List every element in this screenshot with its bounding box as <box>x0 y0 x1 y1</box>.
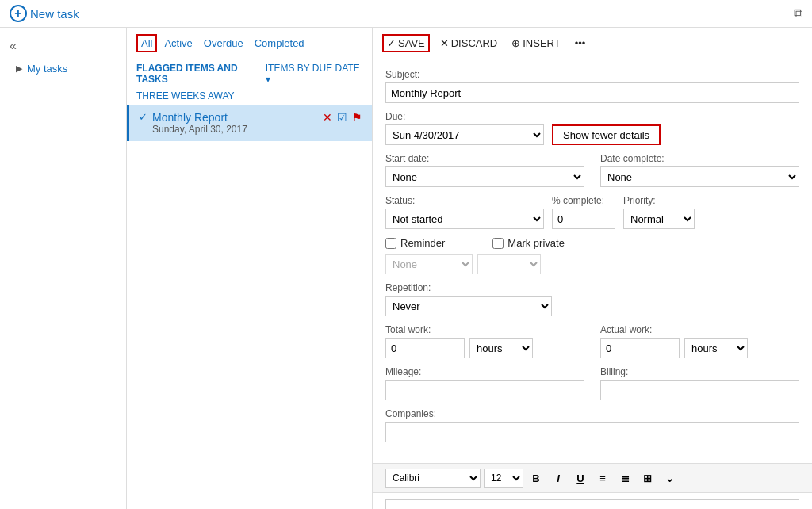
show-fewer-details-button[interactable]: Show fewer details <box>552 124 661 145</box>
section-title: FLAGGED ITEMS AND TASKS <box>136 63 266 85</box>
tab-active[interactable]: Active <box>160 35 196 52</box>
repetition-label: Repetition: <box>385 282 799 293</box>
actual-work-unit-select[interactable]: hours <box>684 338 748 358</box>
right-panel: ✓ SAVE ✕ DISCARD ⊕ INSERT ••• <box>373 28 812 509</box>
task-check-icon: ✓ <box>139 111 147 123</box>
mileage-billing-row: Mileage: Billing: <box>385 366 799 400</box>
billing-label: Billing: <box>600 366 799 377</box>
reminder-checkbox-label[interactable]: Reminder <box>385 237 445 249</box>
reminder-ampm-select[interactable] <box>477 254 541 274</box>
tab-overdue[interactable]: Overdue <box>200 35 247 52</box>
task-checkbox-icon[interactable]: ☑ <box>337 111 347 124</box>
font-select[interactable]: Calibri <box>385 469 481 488</box>
total-work-label: Total work: <box>385 324 584 335</box>
repetition-select[interactable]: Never <box>385 296 552 316</box>
more-format-button[interactable]: ⌄ <box>660 469 679 488</box>
section-subtitle: THREE WEEKS AWAY <box>127 88 372 105</box>
sidebar-item-label: My tasks <box>27 63 67 75</box>
font-size-select[interactable]: 12 <box>484 469 523 488</box>
more-button[interactable]: ••• <box>571 35 590 52</box>
filter-tabs: All Active Overdue Completed <box>127 28 372 59</box>
date-complete-label: Date complete: <box>600 153 799 164</box>
pct-complete-input[interactable] <box>552 209 615 229</box>
total-work-unit-select[interactable]: hours <box>469 338 533 358</box>
mileage-label: Mileage: <box>385 366 584 377</box>
billing-input[interactable] <box>600 380 799 400</box>
task-flag-icon[interactable]: ⚑ <box>352 111 362 124</box>
discard-icon: ✕ <box>440 37 449 49</box>
status-col: Status: Not started <box>385 195 544 229</box>
billing-col: Billing: <box>600 366 799 400</box>
tab-all[interactable]: All <box>136 34 157 52</box>
task-item-left: ✓ Monthly Report Sunday, April 30, 2017 <box>139 111 247 135</box>
repetition-row: Repetition: Never <box>385 282 799 316</box>
task-delete-icon[interactable]: ✕ <box>323 111 332 124</box>
save-label: SAVE <box>398 37 425 49</box>
status-label: Status: <box>385 195 544 206</box>
text-body-area[interactable] <box>385 499 799 509</box>
subject-row: Subject: <box>385 69 799 103</box>
save-button[interactable]: ✓ SAVE <box>382 34 430 52</box>
new-task-button[interactable]: + New task <box>10 5 79 22</box>
sidebar: « ▶ My tasks <box>0 28 127 509</box>
pct-complete-label: % complete: <box>552 195 615 206</box>
start-date-col: Start date: None <box>385 153 584 187</box>
reminder-mark-private-row: Reminder Mark private <box>385 237 799 249</box>
plus-icon: + <box>10 5 27 22</box>
priority-select[interactable]: Normal <box>623 209 695 229</box>
pct-complete-col: % complete: <box>552 195 615 229</box>
bold-button[interactable]: B <box>527 469 546 488</box>
actual-work-label: Actual work: <box>600 324 799 335</box>
items-by-due-button[interactable]: ITEMS BY DUE DATE ▾ <box>266 63 362 85</box>
italic-button[interactable]: I <box>549 469 568 488</box>
mileage-input[interactable] <box>385 380 584 400</box>
expand-arrow-icon: ▶ <box>16 63 22 74</box>
main-area: « ▶ My tasks All Active Overdue Complete… <box>0 28 812 509</box>
reminder-selects-row: None <box>385 254 799 274</box>
restore-icon[interactable]: ⧉ <box>794 6 802 21</box>
date-complete-select[interactable]: None <box>600 166 799 187</box>
task-item[interactable]: ✓ Monthly Report Sunday, April 30, 2017 … <box>127 105 372 141</box>
start-date-label: Start date: <box>385 153 584 164</box>
companies-input[interactable] <box>385 422 799 442</box>
start-date-select[interactable]: None <box>385 166 584 187</box>
total-work-input-row: hours <box>385 338 584 358</box>
sidebar-item-my-tasks[interactable]: ▶ My tasks <box>0 58 126 79</box>
section-header: FLAGGED ITEMS AND TASKS ITEMS BY DUE DAT… <box>127 59 372 88</box>
bullet-list-button[interactable]: ≡ <box>593 469 612 488</box>
format-toolbar: Calibri 12 B I U ≡ ≣ ⊞ ⌄ <box>373 463 812 493</box>
insert-button[interactable]: ⊕ INSERT <box>508 35 564 52</box>
mark-private-checkbox[interactable] <box>492 238 504 249</box>
new-task-label: New task <box>30 7 79 21</box>
task-info: Monthly Report Sunday, April 30, 2017 <box>152 111 247 135</box>
work-row: Total work: hours Actual work: <box>385 324 799 358</box>
due-date-select[interactable]: Sun 4/30/2017 <box>385 124 544 145</box>
priority-col: Priority: Normal <box>623 195 695 229</box>
underline-button[interactable]: U <box>571 469 590 488</box>
reminder-label: Reminder <box>400 237 445 249</box>
number-list-button[interactable]: ≣ <box>615 469 634 488</box>
sidebar-collapse-button[interactable]: « <box>0 34 126 58</box>
mark-private-checkbox-label[interactable]: Mark private <box>492 237 565 249</box>
reminder-checkbox[interactable] <box>385 238 396 249</box>
start-date-complete-row: Start date: None Date complete: None <box>385 153 799 187</box>
subject-input[interactable] <box>385 82 799 103</box>
reminder-time-select[interactable]: None <box>385 254 473 274</box>
subject-label: Subject: <box>385 69 799 80</box>
task-title: Monthly Report <box>152 111 247 124</box>
total-work-col: Total work: hours <box>385 324 584 358</box>
tab-completed[interactable]: Completed <box>251 35 308 52</box>
due-label: Due: <box>385 111 544 122</box>
discard-button[interactable]: ✕ DISCARD <box>436 35 502 52</box>
task-list-area: All Active Overdue Completed FLAGGED ITE… <box>127 28 373 509</box>
status-pct-priority-row: Status: Not started % complete: Priority… <box>385 195 799 229</box>
due-row: Due: Sun 4/30/2017 Show fewer details <box>385 111 799 145</box>
status-select[interactable]: Not started <box>385 209 544 229</box>
actual-work-input[interactable] <box>600 338 680 358</box>
discard-label: DISCARD <box>451 37 498 49</box>
more-icon: ••• <box>575 37 586 49</box>
total-work-input[interactable] <box>385 338 465 358</box>
table-button[interactable]: ⊞ <box>638 469 657 488</box>
task-date: Sunday, April 30, 2017 <box>152 124 247 135</box>
panel-toolbar: ✓ SAVE ✕ DISCARD ⊕ INSERT ••• <box>373 28 812 59</box>
